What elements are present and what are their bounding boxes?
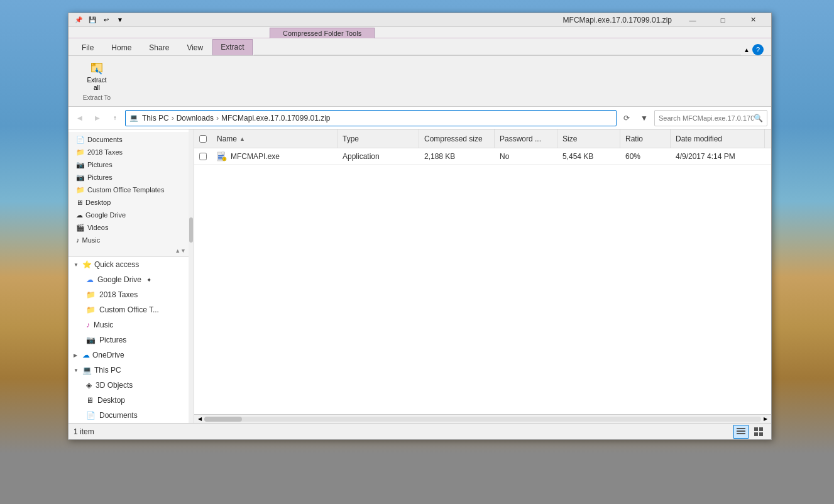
panel-scroll-up[interactable]: ▲ [175,248,180,254]
header-type[interactable]: Type [337,129,419,148]
quick-access-icon: ⭐ [82,260,92,269]
address-path[interactable]: 💻 This PC › Downloads › MFCMapi.exe.17.0… [125,110,617,126]
row-checkbox[interactable] [194,153,212,160]
horizontal-scrollbar[interactable]: ◀ ▶ [194,414,771,423]
view-tiles-button[interactable] [751,425,766,439]
gdrive-sidebar-icon: ☁ [86,275,94,284]
fav-googledrive[interactable]: ☁ Google Drive [69,209,189,221]
view-details-button[interactable] [733,425,749,439]
file-type-cell: Application [337,152,419,161]
sidebar-item-3dobjects[interactable]: ◈ 3D Objects [69,378,189,393]
sidebar-scrollbar-thumb[interactable] [189,217,193,243]
thispc-arrow: ▼ [74,368,80,373]
extract-all-group: Extractall [81,61,112,92]
item-count: 1 item [74,427,94,436]
explorer-window: 📌 💾 ↩ ▼ MFCMapi.exe.17.0.17099.01.zip — … [68,13,772,440]
extract-all-button[interactable]: Extractall [81,61,112,92]
path-crumb-zipfile[interactable]: MFCMapi.exe.17.0.17099.01.zip [220,114,331,123]
select-all-checkbox[interactable] [194,135,212,143]
custom-office-sidebar-icon: 📁 [86,305,96,314]
checkbox-all[interactable] [199,135,207,143]
sidebar-item-google-drive[interactable]: ☁ Google Drive ✦ [69,272,189,287]
path-crumb-downloads[interactable]: Downloads [175,114,215,123]
svg-rect-17 [754,427,758,431]
hscroll-left-button[interactable]: ◀ [195,415,204,424]
address-bar: ◀ ▶ ↑ 💻 This PC › Downloads › MFCMapi.ex… [69,107,771,129]
sidebar-item-music-qa[interactable]: ♪ Music [69,317,189,332]
ribbon-section-extract-to: Extractall Extract To [74,60,120,102]
file-date-cell: 4/9/2017 4:14 PM [671,152,765,161]
panel-scroll-down[interactable]: ▼ [180,248,186,254]
path-pc-icon: 💻 [129,114,138,122]
extract-to-label: Extract To [83,94,111,101]
fav-videos[interactable]: 🎬 Videos [69,221,189,234]
up-button[interactable]: ↑ [107,111,123,126]
ribbon-help-icon[interactable]: ? [752,44,764,55]
thispc-label: This PC [94,366,121,375]
sidebar-quick-access-header[interactable]: ▼ ⭐ Quick access [69,257,189,272]
fav-music[interactable]: ♪ Music [69,234,189,246]
refresh-button[interactable]: ⟳ [619,111,634,126]
quick-access-panel: 📄 Documents 📁 2018 Taxes 📷 Pictures 📷 Pi… [69,132,189,257]
qat-dropdown-button[interactable]: ▼ [114,14,126,26]
sidebar-item-2018taxes[interactable]: 📁 2018 Taxes [69,287,189,302]
back-button[interactable]: ◀ [72,111,87,126]
address-dropdown-button[interactable]: ▼ [637,111,652,126]
fav-desktop[interactable]: 🖥 Desktop [69,196,189,209]
sidebar-thispc-header[interactable]: ▼ 💻 This PC [69,363,189,378]
fav-2018taxes[interactable]: 📁 2018 Taxes [69,146,189,158]
search-input[interactable] [659,114,754,122]
svg-rect-8 [222,152,224,154]
row-check-input[interactable] [199,153,207,160]
hscroll-track[interactable] [204,417,761,422]
hscroll-thumb[interactable] [204,417,242,422]
desktop-icon: 🖥 [76,199,83,206]
header-name[interactable]: Name ▲ [212,129,337,148]
forward-button[interactable]: ▶ [90,111,105,126]
window-title: MFCMapi.exe.17.0.17099.01.zip [563,16,672,25]
path-crumb-thispc[interactable]: This PC [141,114,170,123]
header-compressed-size[interactable]: Compressed size [419,129,495,148]
sidebar-item-desktop[interactable]: 🖥 Desktop [69,393,189,408]
fav-custom-office[interactable]: 📁 Custom Office Templates [69,184,189,196]
file-password-cell: No [495,152,557,161]
qat-undo-button[interactable]: ↩ [100,14,112,26]
sidebar-item-documents[interactable]: 📄 Documents [69,408,189,423]
header-date[interactable]: Date modified [671,129,765,148]
tab-share[interactable]: Share [141,39,177,55]
file-name-cell: MFCMAPI.exe [212,151,337,162]
ribbon-collapse-icon[interactable]: ▲ [743,47,750,53]
svg-rect-18 [759,427,763,431]
svg-rect-2 [94,63,96,65]
file-area: Name ▲ Type Compressed size Password ...… [194,129,771,423]
file-list-header: Name ▲ Type Compressed size Password ...… [194,129,771,148]
tab-extract[interactable]: Extract [212,39,252,55]
file-compressed-size: 2,188 KB [424,152,455,161]
tab-view[interactable]: View [178,39,211,55]
fav-pictures-2[interactable]: 📷 Pictures [69,171,189,184]
custom-office-icon: 📁 [76,186,85,194]
qat-pin-button[interactable]: 📌 [72,14,85,26]
tab-file[interactable]: File [74,39,102,55]
header-password[interactable]: Password ... [495,129,557,148]
header-ratio[interactable]: Ratio [620,129,671,148]
search-box[interactable]: 🔍 [654,110,767,126]
sidebar-item-custom-office[interactable]: 📁 Custom Office T... [69,302,189,317]
fav-pictures-1[interactable]: 📷 Pictures [69,158,189,171]
main-area: 📄 Documents 📁 2018 Taxes 📷 Pictures 📷 Pi… [69,129,771,423]
qat-save-button[interactable]: 💾 [86,14,99,26]
svg-rect-9 [218,155,224,156]
tab-home[interactable]: Home [103,39,140,55]
sidebar-item-pictures-qa[interactable]: 📷 Pictures [69,332,189,348]
gdrive-icon: ☁ [76,211,83,219]
fav-documents[interactable]: 📄 Documents [69,133,189,146]
hscroll-right-button[interactable]: ▶ [761,415,770,424]
table-row[interactable]: MFCMAPI.exe Application 2,188 KB No 5,45… [194,148,771,165]
svg-rect-14 [737,428,745,429]
file-list: MFCMAPI.exe Application 2,188 KB No 5,45… [194,148,771,414]
pictures-icon-1: 📷 [76,161,85,169]
sidebar-scrollbar-track[interactable] [189,129,194,423]
sidebar-onedrive-header[interactable]: ▶ ☁ OneDrive [69,348,189,363]
header-size[interactable]: Size [557,129,620,148]
file-compsize-cell: 2,188 KB [419,152,495,161]
